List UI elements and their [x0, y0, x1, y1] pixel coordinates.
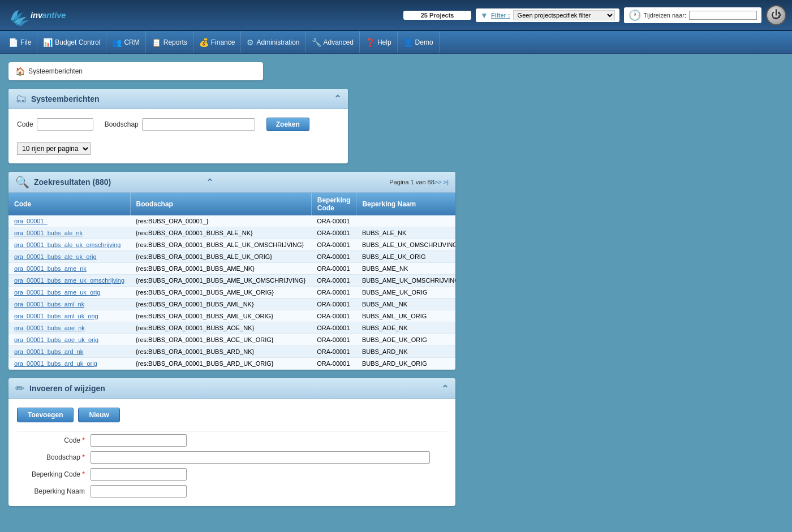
- cell-code: ora_00001_bubs_aml_nk: [8, 299, 130, 310]
- entry-boodschap-input[interactable]: [91, 451, 430, 464]
- required-star-beperking-code: *: [82, 470, 85, 478]
- cell-beperking-code: ORA-00001: [311, 227, 356, 239]
- entry-code-input[interactable]: [91, 434, 187, 447]
- code-link[interactable]: ora_00001_: [14, 218, 48, 224]
- cell-beperking-code: ORA-00001: [311, 358, 356, 370]
- cell-boodschap: {res:BUBS_ORA_00001_BUBS_AME_NK}: [130, 263, 311, 275]
- cell-code: ora_00001_bubs_ale_uk_omschrijving: [8, 239, 130, 251]
- filter-icon: ▼: [480, 11, 488, 20]
- code-link[interactable]: ora_00001_bubs_ard_nk: [14, 348, 83, 355]
- boodschap-input[interactable]: [142, 118, 255, 131]
- filter-select[interactable]: Geen projectspecifiek filter: [513, 10, 615, 20]
- search-button[interactable]: Zoeken: [266, 118, 309, 131]
- nav-label-file: File: [20, 38, 31, 46]
- cell-code: ora_00001_bubs_ale_uk_orig: [8, 251, 130, 263]
- demo-icon: 👤: [403, 38, 413, 47]
- results-section-title: Zoekresultaten (880): [34, 178, 201, 187]
- nav-item-reports[interactable]: 📋 Reports: [146, 31, 193, 53]
- cell-code: ora_00001_bubs_ame_nk: [8, 263, 130, 275]
- cell-beperking-naam: BUBS_AML_UK_ORIG: [356, 310, 455, 322]
- code-link[interactable]: ora_00001_bubs_ard_uk_orig: [14, 360, 97, 367]
- per-page-select[interactable]: 10 rijen per pagina 25 rijen per pagina …: [17, 142, 91, 155]
- code-link[interactable]: ora_00001_bubs_aoe_uk_orig: [14, 336, 98, 343]
- clock-icon: 🕐: [629, 9, 641, 21]
- entry-beperking-naam-input[interactable]: [91, 485, 187, 498]
- code-link[interactable]: ora_00001_bubs_ame_uk_omschrijving: [14, 277, 124, 284]
- tijdreizen-input[interactable]: [689, 11, 757, 20]
- power-button[interactable]: ⏻: [766, 5, 786, 25]
- code-link[interactable]: ora_00001_bubs_aoe_nk: [14, 325, 85, 331]
- pagination-next[interactable]: >> >|: [434, 179, 449, 185]
- code-link[interactable]: ora_00001_bubs_ale_uk_orig: [14, 253, 97, 260]
- entry-beperking-code-input[interactable]: [91, 468, 187, 481]
- code-input[interactable]: [37, 118, 93, 131]
- nav-item-finance[interactable]: 💰 Finance: [193, 31, 242, 53]
- code-link[interactable]: ora_00001_bubs_aml_nk: [14, 301, 84, 308]
- cell-beperking-code: ORA-00001: [311, 322, 356, 334]
- cell-beperking-naam: BUBS_ALE_UK_OMSCHRIJVING: [356, 239, 455, 251]
- cell-code: ora_00001_bubs_ard_nk: [8, 346, 130, 358]
- pagination-bar: Pagina 1 van 88 >> >|: [389, 179, 449, 185]
- results-collapse-button[interactable]: ⌃: [206, 177, 213, 188]
- col-beperking-code: Beperking Code: [311, 193, 356, 215]
- table-row: ora_00001_bubs_ale_uk_omschrijving {res:…: [8, 239, 455, 251]
- table-row: ora_00001_bubs_aml_nk {res:BUBS_ORA_0000…: [8, 299, 455, 310]
- projects-badge: 25 Projects: [403, 11, 471, 20]
- entry-field-code: Code *: [17, 434, 447, 447]
- file-icon: 📄: [8, 38, 18, 47]
- entry-collapse-button[interactable]: ⌃: [441, 383, 449, 394]
- cell-boodschap: {res:BUBS_ORA_00001_BUBS_AOE_UK_ORIG}: [130, 334, 311, 346]
- entry-section-icon: ✏: [15, 382, 25, 395]
- nav-label-crm: CRM: [124, 38, 139, 46]
- search-collapse-button[interactable]: ⌃: [334, 93, 341, 104]
- finance-icon: 💰: [199, 38, 209, 47]
- nav-label-demo: Demo: [415, 38, 433, 46]
- main-content: 🏠 Systeemberichten 🗂 Systeemberichten ⌃ …: [0, 54, 792, 532]
- cell-beperking-naam: BUBS_ARD_NK: [356, 346, 455, 358]
- search-section-body: Code Boodschap Zoeken 10 rijen per pagin…: [8, 109, 348, 163]
- table-row: ora_00001_bubs_aml_uk_orig {res:BUBS_ORA…: [8, 310, 455, 322]
- crm-icon: 👥: [112, 38, 122, 47]
- code-link[interactable]: ora_00001_bubs_ame_uk_orig: [14, 289, 100, 296]
- nav-item-budget-control[interactable]: 📊 Budget Control: [37, 31, 106, 53]
- search-section-icon: 🗂: [15, 92, 27, 105]
- code-link[interactable]: ora_00001_bubs_ale_nk: [14, 230, 83, 236]
- entry-field-beperking-naam: Beperking Naam: [17, 485, 447, 498]
- code-link[interactable]: ora_00001_bubs_ale_uk_omschrijving: [14, 241, 120, 248]
- filter-link[interactable]: Filter :: [491, 12, 510, 19]
- table-row: ora_00001_bubs_aoe_uk_orig {res:BUBS_ORA…: [8, 334, 455, 346]
- cell-boodschap: {res:BUBS_ORA_00001_BUBS_AME_UK_OMSCHRIJ…: [130, 275, 311, 287]
- cell-beperking-naam: BUBS_ALE_UK_ORIG: [356, 251, 455, 263]
- cell-code: ora_00001_bubs_aml_uk_orig: [8, 310, 130, 322]
- nav-item-administration[interactable]: ⚙ Administration: [241, 31, 305, 53]
- new-button[interactable]: Nieuw: [78, 408, 119, 422]
- cell-beperking-naam: [356, 215, 455, 227]
- nav-item-file[interactable]: 📄 File: [3, 31, 37, 53]
- entry-field-beperking-code: Beperking Code *: [17, 468, 447, 481]
- cell-beperking-naam: BUBS_AME_UK_OMSCHRIJVING: [356, 275, 455, 287]
- code-link[interactable]: ora_00001_bubs_aml_uk_orig: [14, 313, 98, 319]
- search-section-header: 🗂 Systeemberichten ⌃: [8, 89, 348, 109]
- cell-beperking-code: ORA-00001: [311, 287, 356, 299]
- cell-beperking-code: ORA-00001: [311, 251, 356, 263]
- nav-label-reports: Reports: [163, 38, 187, 46]
- table-row: ora_00001_ {res:BUBS_ORA_00001_} ORA-000…: [8, 215, 455, 227]
- nav-item-help[interactable]: ❓ Help: [360, 31, 398, 53]
- nav-item-crm[interactable]: 👥 CRM: [106, 31, 145, 53]
- entry-form: Code * Boodschap * Beperking Code * Bepe…: [17, 434, 447, 498]
- results-section-header: 🔍 Zoekresultaten (880) ⌃ Pagina 1 van 88…: [8, 172, 455, 193]
- table-row: ora_00001_bubs_ame_nk {res:BUBS_ORA_0000…: [8, 263, 455, 275]
- add-button[interactable]: Toevoegen: [17, 408, 74, 422]
- code-link[interactable]: ora_00001_bubs_ame_nk: [14, 265, 87, 272]
- cell-beperking-code: ORA-00001: [311, 310, 356, 322]
- cell-boodschap: {res:BUBS_ORA_00001_}: [130, 215, 311, 227]
- cell-beperking-code: ORA-00001: [311, 275, 356, 287]
- nav-item-demo[interactable]: 👤 Demo: [398, 31, 440, 53]
- cell-beperking-naam: BUBS_AOE_NK: [356, 322, 455, 334]
- cell-beperking-naam: BUBS_AML_NK: [356, 299, 455, 310]
- nav-item-advanced[interactable]: 🔧 Advanced: [306, 31, 360, 53]
- entry-beperking-code-label: Beperking Code *: [17, 470, 91, 478]
- table-row: ora_00001_bubs_ame_uk_orig {res:BUBS_ORA…: [8, 287, 455, 299]
- search-form: Code Boodschap Zoeken 10 rijen per pagin…: [17, 118, 339, 155]
- breadcrumb-text: Systeemberichten: [28, 67, 83, 75]
